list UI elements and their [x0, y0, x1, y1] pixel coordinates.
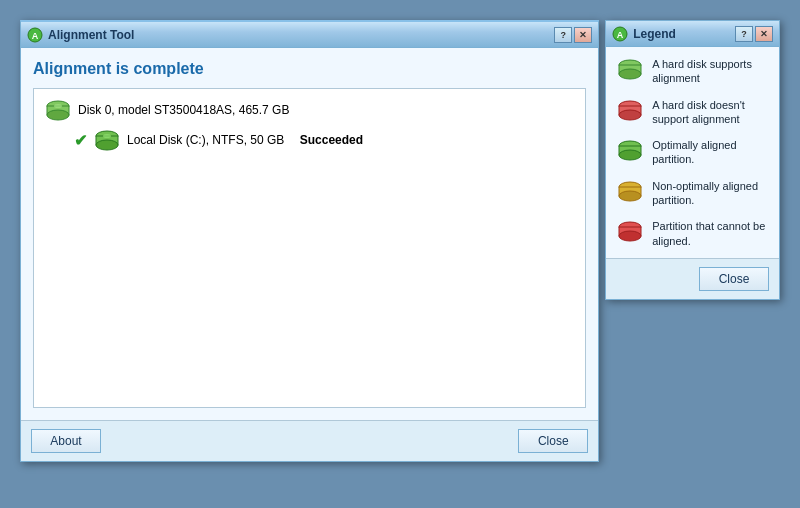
legend-red-partition-icon	[616, 220, 644, 242]
legend-label-2: A hard disk doesn't support alignment	[652, 98, 769, 127]
main-window: A Alignment Tool ? ✕ Alignment is comple…	[20, 20, 599, 462]
partition-label: Local Disk (C:), NTFS, 50 GB	[127, 133, 284, 147]
partition-row: ✔ Local Disk (C:), NTFS, 50 GB Succeeded	[74, 129, 575, 151]
main-title-bar: A Alignment Tool ? ✕	[21, 22, 598, 48]
check-icon: ✔	[74, 131, 87, 150]
main-content: Alignment is complete Disk 0, model ST35…	[21, 48, 598, 420]
legend-item-1: A hard disk supports alignment	[616, 57, 769, 86]
legend-item-2: A hard disk doesn't support alignment	[616, 98, 769, 127]
legend-title: Legend	[633, 27, 676, 41]
svg-point-4	[47, 110, 69, 120]
svg-point-8	[96, 140, 118, 150]
close-button[interactable]: Close	[518, 429, 588, 453]
partition-status: Succeeded	[300, 133, 363, 147]
legend-item-4: Non-optimally aligned partition.	[616, 179, 769, 208]
disk-label: Disk 0, model ST3500418AS, 465.7 GB	[78, 103, 289, 117]
help-button[interactable]: ?	[554, 27, 572, 43]
partition-icon	[93, 129, 121, 151]
svg-point-26	[619, 231, 641, 241]
legend-close-button[interactable]: Close	[699, 267, 769, 291]
legend-title-buttons: ? ✕	[735, 26, 773, 42]
legend-window: A Legend ? ✕ A hard disk supports	[605, 20, 780, 300]
status-title: Alignment is complete	[33, 60, 586, 78]
legend-label-1: A hard disk supports alignment	[652, 57, 769, 86]
legend-green-disk-icon	[616, 58, 644, 80]
svg-text:A: A	[617, 30, 624, 40]
legend-bottom-bar: Close	[606, 258, 779, 299]
legend-item-3: Optimally aligned partition.	[616, 138, 769, 167]
svg-point-23	[619, 191, 641, 201]
legend-close-title-button[interactable]: ✕	[755, 26, 773, 42]
legend-yellow-partition-icon	[616, 180, 644, 202]
svg-point-14	[619, 69, 641, 79]
legend-green-partition-icon	[616, 139, 644, 161]
legend-label-4: Non-optimally aligned partition.	[652, 179, 769, 208]
svg-point-5	[54, 104, 62, 108]
svg-text:A: A	[32, 31, 39, 41]
disk-item: Disk 0, model ST3500418AS, 465.7 GB	[44, 99, 575, 121]
title-buttons: ? ✕	[554, 27, 592, 43]
disk-panel: Disk 0, model ST3500418AS, 465.7 GB ✔	[33, 88, 586, 408]
close-title-button[interactable]: ✕	[574, 27, 592, 43]
legend-label-3: Optimally aligned partition.	[652, 138, 769, 167]
legend-item-5: Partition that cannot be aligned.	[616, 219, 769, 248]
main-title: Alignment Tool	[48, 28, 134, 42]
svg-point-17	[619, 110, 641, 120]
legend-help-button[interactable]: ?	[735, 26, 753, 42]
svg-point-20	[619, 150, 641, 160]
app-icon: A	[27, 27, 43, 43]
legend-red-disk-icon	[616, 99, 644, 121]
legend-content: A hard disk supports alignment A hard di…	[606, 47, 779, 258]
title-bar-left: A Alignment Tool	[27, 27, 134, 43]
legend-title-bar: A Legend ? ✕	[606, 21, 779, 47]
legend-title-left: A Legend	[612, 26, 676, 42]
legend-app-icon: A	[612, 26, 628, 42]
main-bottom-bar: About Close	[21, 420, 598, 461]
about-button[interactable]: About	[31, 429, 101, 453]
svg-point-9	[103, 134, 111, 138]
legend-label-5: Partition that cannot be aligned.	[652, 219, 769, 248]
hard-disk-icon	[44, 99, 72, 121]
